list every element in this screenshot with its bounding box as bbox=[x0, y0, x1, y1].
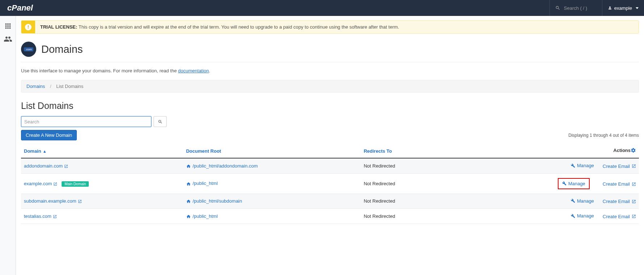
search-input[interactable] bbox=[21, 116, 151, 127]
redirects-cell: Not Redirected bbox=[361, 158, 446, 173]
domain-link[interactable]: testalias.com bbox=[24, 213, 57, 219]
main-content: ! TRIAL LICENSE: This copy is a trial ve… bbox=[16, 16, 644, 275]
col-docroot[interactable]: Document Root bbox=[183, 144, 361, 158]
cpanel-logo[interactable]: cPanel bbox=[7, 3, 33, 13]
domain-link[interactable]: example.com bbox=[24, 181, 57, 186]
wrench-icon bbox=[571, 214, 575, 218]
wrench-icon bbox=[562, 181, 566, 186]
page-title: Domains bbox=[41, 43, 83, 55]
breadcrumb: Domains / List Domains bbox=[21, 80, 639, 93]
external-link-icon bbox=[52, 181, 57, 186]
intro-text: Use this interface to manage your domain… bbox=[21, 62, 639, 80]
pagination-status: Displaying 1 through 4 out of 4 items bbox=[568, 133, 639, 138]
manage-link[interactable]: Manage bbox=[571, 213, 594, 219]
home-icon bbox=[186, 181, 193, 186]
domains-table: Domain▲ Document Root Redirects To Actio… bbox=[21, 144, 639, 224]
wrench-icon bbox=[571, 164, 575, 168]
create-email-link[interactable]: Create Email bbox=[603, 181, 636, 187]
section-heading: List Domains bbox=[21, 101, 639, 111]
domain-link[interactable]: addondomain.com bbox=[24, 163, 68, 169]
redirects-cell: Not Redirected bbox=[361, 209, 446, 224]
external-link-icon bbox=[632, 214, 636, 219]
search-button[interactable] bbox=[154, 116, 167, 127]
trial-alert: ! TRIAL LICENSE: This copy is a trial ve… bbox=[21, 20, 639, 34]
alert-strong: TRIAL LICENSE: bbox=[40, 24, 77, 30]
redirects-cell: Not Redirected bbox=[361, 173, 446, 194]
external-link-icon bbox=[76, 198, 82, 204]
sidebar-users-icon[interactable] bbox=[0, 33, 16, 46]
external-link-icon bbox=[632, 182, 636, 186]
table-row: testalias.com/public_htmlNot RedirectedM… bbox=[21, 209, 639, 224]
main-domain-badge: Main Domain bbox=[62, 181, 89, 187]
create-email-link[interactable]: Create Email bbox=[603, 164, 636, 169]
alert-text: This copy is a trial version and will ex… bbox=[77, 24, 399, 30]
manage-link[interactable]: Manage bbox=[571, 163, 594, 168]
top-navbar: cPanel example bbox=[0, 0, 644, 16]
docroot-link[interactable]: /public_html bbox=[186, 181, 218, 186]
manage-link[interactable]: Manage bbox=[571, 198, 594, 204]
page-icon: .com bbox=[21, 42, 36, 57]
col-actions: Actions bbox=[446, 144, 639, 158]
search-icon bbox=[555, 5, 560, 10]
external-link-icon bbox=[632, 199, 636, 204]
search-icon bbox=[158, 119, 163, 124]
gear-icon[interactable] bbox=[631, 148, 636, 154]
breadcrumb-root[interactable]: Domains bbox=[26, 84, 45, 89]
create-domain-button[interactable]: Create A New Domain bbox=[21, 130, 77, 140]
sidebar-apps-icon[interactable] bbox=[0, 20, 16, 33]
left-sidebar bbox=[0, 16, 16, 275]
global-search[interactable] bbox=[549, 0, 602, 16]
docroot-link[interactable]: /public_html/addondomain.com bbox=[186, 163, 258, 169]
home-icon bbox=[186, 163, 193, 169]
home-icon bbox=[186, 213, 193, 219]
breadcrumb-current: List Domains bbox=[56, 84, 83, 89]
external-link-icon bbox=[632, 164, 636, 168]
user-icon bbox=[608, 6, 612, 10]
home-icon bbox=[186, 198, 193, 204]
documentation-link[interactable]: documentation bbox=[178, 68, 209, 73]
docroot-link[interactable]: /public_html/subdomain bbox=[186, 198, 242, 204]
external-link-icon bbox=[63, 163, 68, 169]
alert-icon: ! bbox=[21, 21, 35, 33]
create-email-link[interactable]: Create Email bbox=[603, 199, 636, 204]
user-label: example bbox=[614, 5, 632, 11]
global-search-input[interactable] bbox=[564, 5, 597, 11]
table-row: subdomain.example.com/public_html/subdom… bbox=[21, 194, 639, 209]
domain-link[interactable]: subdomain.example.com bbox=[24, 198, 82, 204]
docroot-link[interactable]: /public_html bbox=[186, 213, 218, 219]
external-link-icon bbox=[51, 213, 57, 219]
redirects-cell: Not Redirected bbox=[361, 194, 446, 209]
col-domain[interactable]: Domain▲ bbox=[21, 144, 183, 158]
sort-asc-icon: ▲ bbox=[43, 149, 47, 153]
table-row: addondomain.com/public_html/addondomain.… bbox=[21, 158, 639, 173]
create-email-link[interactable]: Create Email bbox=[603, 214, 636, 219]
chevron-down-icon bbox=[636, 7, 639, 9]
user-menu[interactable]: example bbox=[602, 0, 644, 16]
manage-link[interactable]: Manage bbox=[558, 178, 590, 189]
table-row: example.comMain Domain/public_htmlNot Re… bbox=[21, 173, 639, 194]
col-redirects[interactable]: Redirects To bbox=[361, 144, 446, 158]
wrench-icon bbox=[571, 199, 575, 203]
